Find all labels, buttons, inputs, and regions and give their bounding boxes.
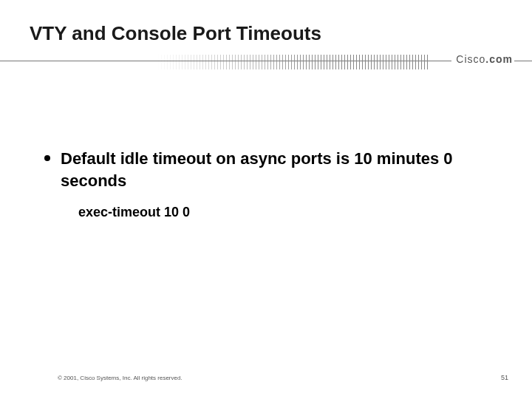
command-line: exec-timeout 10 0 [78,205,502,220]
footer-copyright: © 2001, Cisco Systems, Inc. All rights r… [58,375,183,381]
bullet-text: Default idle timeout on async ports is 1… [61,148,502,191]
footer-page-number: 51 [501,374,508,381]
divider-ticks [155,55,429,69]
slide: VTY and Console Port Timeouts Cisco.com … [0,0,532,399]
slide-body: Default idle timeout on async ports is 1… [44,148,502,220]
slide-title: VTY and Console Port Timeouts [30,22,321,45]
brand-dot: .com [485,53,513,65]
brand-word: Cisco [456,53,485,65]
bullet-marker [44,155,50,161]
brand-logo: Cisco.com [451,53,514,65]
bullet-row: Default idle timeout on async ports is 1… [44,148,502,191]
